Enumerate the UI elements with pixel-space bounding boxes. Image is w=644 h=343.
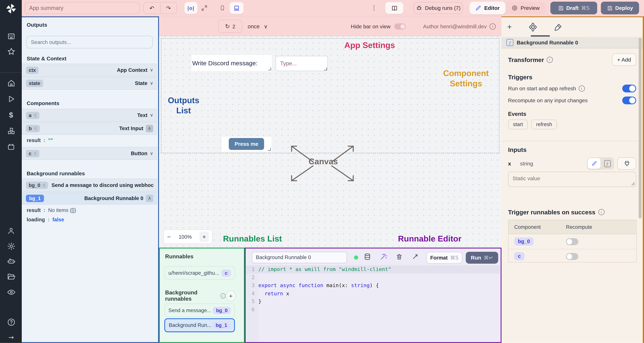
settings-gear-icon[interactable]	[6, 241, 16, 251]
chevron-down-icon[interactable]	[150, 68, 153, 73]
recompute-toggle[interactable]	[566, 253, 578, 260]
info-icon[interactable]	[578, 86, 585, 92]
code-line[interactable]: 4 return x	[246, 289, 501, 298]
zoom-out-button[interactable]: −	[167, 233, 171, 240]
textinput-component[interactable]	[276, 56, 328, 71]
docs-book-icon[interactable]	[385, 2, 403, 14]
apps-icon[interactable]	[6, 31, 16, 41]
recompute-toggle[interactable]	[566, 238, 578, 245]
static-value-field[interactable]	[508, 172, 636, 187]
refresh-count-button[interactable]: 2	[218, 20, 242, 33]
expand-icon[interactable]	[201, 4, 208, 12]
output-row-b[interactable]: b☝ Text Input	[22, 122, 157, 134]
selected-runnable-header[interactable]: f Background Runnable 0	[502, 37, 643, 48]
textarea-resize-icon[interactable]	[631, 182, 635, 186]
mobile-view-icon[interactable]	[218, 4, 227, 12]
code-line[interactable]: 1// import * as wmill from "windmill-cli…	[246, 265, 501, 274]
center-component-icon[interactable]: |o|	[184, 2, 198, 14]
more-options-kebab-icon[interactable]	[371, 4, 377, 12]
desktop-view-icon[interactable]	[230, 2, 244, 14]
tab-preview[interactable]: Preview	[505, 2, 545, 14]
undo-icon[interactable]	[144, 2, 160, 14]
app-canvas[interactable]: App Settings Write Discord message: Comp…	[159, 16, 502, 248]
chevron-down-icon[interactable]	[150, 80, 153, 86]
resize-handle[interactable]	[324, 68, 327, 70]
runnable-item-bg0[interactable]: Send a message... bg_0	[164, 304, 235, 317]
styling-brush-tab-icon[interactable]	[554, 23, 562, 31]
press-me-button[interactable]: Press me	[229, 138, 264, 150]
event-start-pill[interactable]: start	[508, 120, 528, 130]
favorites-star-icon[interactable]	[6, 46, 16, 56]
text-component[interactable]: Write Discord message:	[192, 55, 272, 71]
folders-icon[interactable]	[6, 272, 16, 281]
redo-icon[interactable]	[160, 2, 177, 14]
output-row-ctx[interactable]: ctx App Context	[22, 64, 157, 76]
event-refresh-pill[interactable]: refresh	[531, 120, 557, 130]
output-row-c[interactable]: c☝ Button	[22, 147, 157, 160]
add-background-runnable-button[interactable]: +	[226, 290, 236, 301]
collapse-chevron-up-button[interactable]	[146, 124, 153, 132]
output-row-state[interactable]: state State	[22, 77, 157, 90]
output-row-a[interactable]: a☝ Text	[22, 109, 157, 122]
format-button[interactable]: Format⌘S	[426, 252, 462, 264]
code-editor[interactable]: 1// import * as wmill from "windmill-cli…	[246, 265, 501, 342]
output-row-bg0[interactable]: bg_0☝ Send a message to discord using we…	[22, 178, 157, 191]
zoom-in-button[interactable]: +	[200, 232, 209, 242]
recompute-toggle[interactable]	[622, 96, 636, 104]
resize-handle[interactable]	[268, 68, 271, 70]
search-outputs-input[interactable]	[26, 36, 153, 48]
audit-eye-icon[interactable]	[6, 287, 16, 297]
code-line[interactable]: 2	[246, 274, 501, 282]
debug-runs-button[interactable]: Debug runs (7)	[414, 2, 463, 14]
info-icon[interactable]	[221, 293, 226, 298]
info-icon[interactable]	[490, 23, 496, 29]
eval-mode-function-icon[interactable]: f	[601, 158, 613, 169]
ai-wand-icon[interactable]	[380, 253, 387, 260]
home-icon[interactable]	[6, 78, 16, 88]
runnable-item-bg1-selected[interactable]: Background Run... bg_1	[164, 318, 235, 332]
runs-play-icon[interactable]	[6, 94, 16, 104]
frequency-dropdown[interactable]: once	[248, 20, 268, 33]
run-button[interactable]: Run⌘↵	[466, 252, 498, 264]
static-value-textarea[interactable]	[508, 172, 636, 186]
component-badge[interactable]: bg_0	[514, 237, 534, 246]
hide-bar-toggle[interactable]	[394, 23, 406, 29]
runnable-item-scrape[interactable]: u/henri/scrape_githu... c	[164, 266, 235, 280]
code-line[interactable]: 3export async function main(x: string) {	[246, 281, 501, 289]
runnable-name-input[interactable]	[252, 252, 347, 263]
cache-database-icon[interactable]	[364, 253, 371, 260]
collapse-chevron-up-button[interactable]	[146, 194, 153, 202]
resize-handle[interactable]	[268, 148, 270, 151]
workers-robot-icon[interactable]	[6, 256, 16, 266]
component-settings-tab-icon[interactable]	[529, 23, 537, 32]
resources-cubes-icon[interactable]	[6, 126, 16, 136]
draft-button[interactable]: Draft⌘S	[550, 2, 597, 14]
static-mode-pencil-icon[interactable]	[588, 158, 600, 169]
windmill-logo-icon[interactable]	[5, 3, 17, 14]
variables-dollar-icon[interactable]: $	[6, 110, 16, 120]
chevron-down-icon[interactable]	[150, 112, 153, 118]
insert-component-tab-plus-icon[interactable]: +	[507, 23, 512, 32]
help-icon[interactable]	[6, 317, 16, 327]
tab-editor[interactable]: Editor	[470, 2, 505, 14]
output-detail-bg1-loading[interactable]: loading: false	[22, 215, 157, 224]
app-summary-input[interactable]	[24, 2, 140, 14]
collapse-arrow-icon[interactable]: →	[6, 332, 16, 342]
run-on-start-toggle[interactable]	[622, 85, 636, 92]
code-line[interactable]: 5}	[246, 298, 501, 306]
expand-editor-icon[interactable]	[412, 254, 418, 260]
schedules-calendar-icon[interactable]	[6, 142, 16, 152]
deploy-button[interactable]: Deploy	[601, 2, 639, 14]
delete-trash-icon[interactable]	[396, 253, 402, 260]
add-transformer-button[interactable]: + Add	[612, 53, 636, 66]
code-line[interactable]: 6	[246, 305, 501, 313]
output-detail-bg1-result[interactable]: result: No items ([])	[22, 206, 157, 215]
scrollbar-thumb[interactable]	[639, 38, 642, 218]
component-badge[interactable]: c	[514, 252, 524, 260]
chevron-down-icon[interactable]	[150, 151, 153, 156]
info-icon[interactable]	[598, 209, 604, 215]
info-icon[interactable]	[546, 56, 552, 62]
users-person-icon[interactable]	[6, 226, 16, 236]
discord-message-input[interactable]	[276, 56, 328, 71]
connect-plug-icon[interactable]	[617, 157, 636, 170]
